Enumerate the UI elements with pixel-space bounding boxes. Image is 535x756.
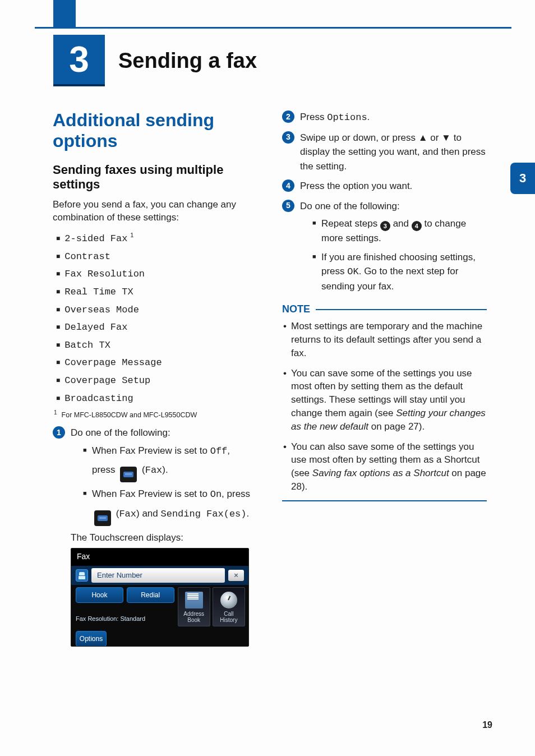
note-end-rule — [282, 500, 487, 501]
header-strip — [0, 0, 535, 29]
step-4: 4 Press the option you want. — [282, 179, 487, 193]
header-underline — [35, 27, 511, 29]
section-h1: Additional sending options — [53, 110, 257, 151]
list-item: If you are finished choosing settings, p… — [312, 250, 487, 294]
list-item: Repeat steps 3 and 4 to change more sett… — [312, 216, 487, 246]
step-2: 2 Press Options. — [282, 110, 487, 125]
intro-paragraph: Before you send a fax, you can change an… — [53, 199, 257, 224]
step-1-lead: Do one of the following: — [71, 426, 257, 440]
step-1: 1 Do one of the following: When Fax Prev… — [53, 426, 257, 647]
redial-button[interactable]: Redial — [127, 587, 174, 603]
call-history-button[interactable]: Call History — [213, 587, 245, 626]
left-column: Additional sending options Sending faxes… — [53, 110, 257, 652]
step-number-icon: 2 — [282, 110, 294, 123]
xref-link[interactable]: Saving fax options as a Shortcut — [312, 468, 449, 478]
step-5-lead: Do one of the following: — [300, 199, 487, 214]
list-item: Contrast — [56, 248, 257, 266]
step-number-icon: 3 — [282, 131, 294, 144]
note-label: NOTE — [282, 303, 310, 315]
settings-list: 2-sided Fax 1 Contrast Fax Resolution Re… — [56, 230, 257, 407]
list-item: Most settings are temporary and the mach… — [283, 320, 487, 359]
fax-mode-icon[interactable] — [76, 569, 88, 582]
step-3: 3 Swipe up or down, or press ▲ or ▼ to d… — [282, 131, 487, 174]
side-tab: 3 — [510, 163, 535, 194]
note-rule — [316, 309, 487, 310]
fax-icon — [94, 510, 111, 526]
header-square — [53, 0, 76, 27]
list-item: When Fax Preview is set to Off, press (F… — [83, 444, 257, 483]
address-book-icon — [185, 592, 203, 609]
options-button[interactable]: Options — [76, 631, 107, 647]
touchscreen-preview: Fax Enter Number × Hook Redial Fax Resol… — [71, 548, 249, 647]
right-column: 2 Press Options. 3 Swipe up or down, or … — [282, 110, 487, 652]
ref-step-3-icon: 3 — [380, 221, 390, 231]
list-item: You can save some of the settings you us… — [283, 367, 487, 434]
fax-resolution-label: Fax Resolution: Standard — [76, 614, 174, 624]
list-item: Real Time TX — [56, 283, 257, 301]
list-item: Overseas Mode — [56, 301, 257, 319]
chapter-title: Sending a fax — [118, 49, 257, 73]
footnote: 1For MFC-L8850CDW and MFC-L9550CDW — [54, 409, 257, 419]
chapter-number: 3 — [53, 35, 105, 86]
touchscreen-caption: The Touchscreen displays: — [71, 531, 257, 545]
footnote-ref: 1 — [130, 232, 133, 239]
step-number-icon: 1 — [53, 426, 65, 439]
enter-number-field[interactable]: Enter Number — [91, 568, 225, 583]
page-number: 19 — [482, 720, 492, 730]
list-item: Fax Resolution — [56, 265, 257, 283]
list-item: When Fax Preview is set to On, press (Fa… — [83, 487, 257, 526]
list-item: You can also save some of the settings y… — [283, 440, 487, 494]
list-item: Coverpage Message — [56, 354, 257, 372]
list-item: Coverpage Setup — [56, 372, 257, 390]
list-item: Batch TX — [56, 336, 257, 354]
list-item: Delayed Fax — [56, 319, 257, 336]
address-book-button[interactable]: Address Book — [178, 587, 210, 626]
step-5: 5 Do one of the following: Repeat steps … — [282, 199, 487, 298]
clock-icon — [220, 592, 237, 609]
step-number-icon: 4 — [282, 179, 294, 192]
list-item: 2-sided Fax 1 — [56, 230, 257, 248]
note-heading: NOTE — [282, 303, 487, 315]
ref-step-4-icon: 4 — [412, 221, 422, 231]
section-h2: Sending faxes using multiple settings — [53, 163, 257, 192]
chapter-heading: 3 Sending a fax — [53, 35, 257, 86]
note-list: Most settings are temporary and the mach… — [283, 320, 487, 494]
list-item: Broadcasting — [56, 390, 257, 408]
ts-title: Fax — [71, 548, 248, 566]
step-number-icon: 5 — [282, 200, 294, 212]
fax-icon — [120, 467, 137, 482]
hook-button[interactable]: Hook — [76, 587, 123, 603]
footnote-num: 1 — [54, 409, 57, 416]
clear-button[interactable]: × — [228, 570, 244, 581]
